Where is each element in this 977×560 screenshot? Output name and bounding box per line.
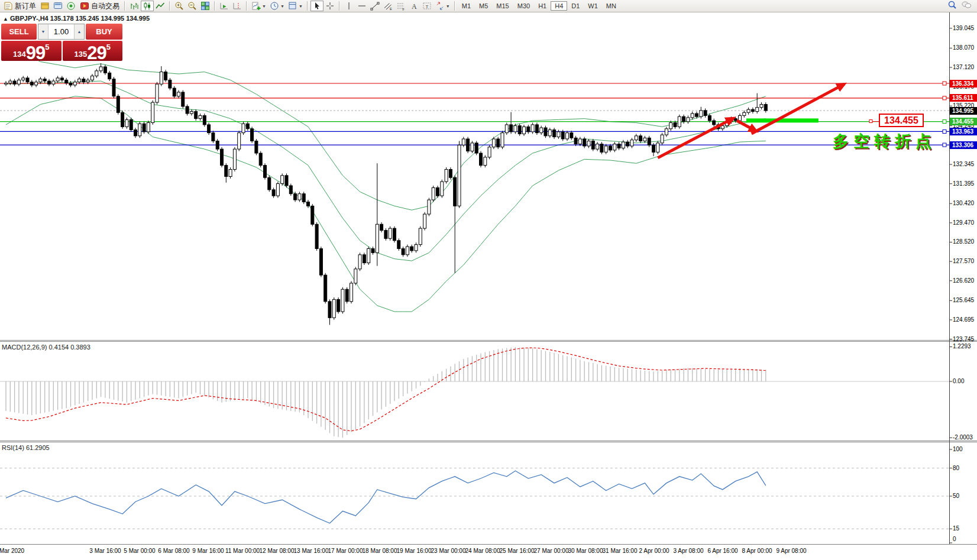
axis-tick-label: 132.345 [953,161,974,168]
time-tick-label: 5 Mar 00:00 [124,548,155,554]
horizontal-lines[interactable] [0,82,949,147]
time-tick-label: 9 Apr 08:00 [776,548,806,554]
price-level-chip: 134.995 [950,107,977,115]
svg-text:A: A [412,2,417,11]
templates-icon[interactable]: ▼ [286,1,305,11]
support-zone-bar[interactable] [746,118,819,122]
line-chart-icon[interactable] [154,1,167,11]
time-tick-label: 19 Mar 16:00 [397,548,432,554]
buy-price-tile[interactable]: 135 29 5 [63,41,123,61]
axis-tick-label: 126.620 [953,277,974,284]
axis-tick-label: 129.470 [953,219,974,226]
time-tick-label: 13 Mar 16:00 [294,548,329,554]
price-level-chip: 136.334 [950,80,977,88]
periods-icon[interactable]: ▼ [268,1,286,11]
crosshair-icon[interactable] [323,1,337,11]
time-tick-label: 11 Mar 00:00 [225,548,260,554]
toolbar-separator [246,1,247,11]
arrows-icon[interactable]: ▼ [433,1,452,11]
text-icon[interactable]: A [407,1,420,11]
fibonacci-icon[interactable]: F [394,1,407,11]
time-tick-label: 30 Mar 08:00 [568,548,603,554]
timeframe-m1-button[interactable]: M1 [458,1,475,11]
vertical-line-icon[interactable] [342,1,355,11]
candles [5,63,768,325]
bar-chart-icon[interactable] [128,1,141,11]
price-level-chip: 135.611 [950,94,977,102]
trendline-icon[interactable] [368,1,381,11]
buy-button[interactable]: BUY [86,24,122,40]
svg-text:F: F [402,8,405,11]
timeframe-mn-button[interactable]: MN [602,1,620,11]
tile-windows-icon[interactable] [199,1,212,11]
chart-area[interactable] [0,12,977,545]
timeframe-m15-button[interactable]: M15 [492,1,513,11]
symbol-name: GBPJPY-,H4 [10,15,48,22]
sell-button[interactable]: SELL [1,24,37,40]
chat-icon[interactable] [962,0,971,12]
zoom-out-icon[interactable] [186,1,199,11]
axis-tick-label: 1.2293 [953,343,971,350]
candlestick-chart-icon[interactable] [141,1,154,11]
rsi-label: RSI(14) 61.2905 [2,444,50,451]
data-window-icon[interactable] [51,1,64,11]
timeframe-m30-button[interactable]: M30 [513,1,534,11]
svg-text:E: E [390,7,392,11]
time-tick-label: 23 Mar 00:00 [431,548,466,554]
direction-up-icon: ▲ [3,16,8,22]
timeframe-w1-button[interactable]: W1 [584,1,602,11]
sell-price-sup: 5 [45,41,49,51]
axis-tick-label: 138.070 [953,44,974,51]
text-label-icon[interactable]: T [420,1,433,11]
chart-shift-icon[interactable] [231,1,244,11]
time-tick-label: 6 Apr 16:00 [707,548,737,554]
axis-tick-label: 128.520 [953,238,974,245]
main-toolbar: 新订单自动交易▼▼▼EFAT▼M1M5M15M30H1H4D1W1MN [0,0,977,12]
market-watch-icon[interactable] [38,1,51,11]
axis-tick-label: 125.645 [953,297,974,304]
navigator-icon[interactable] [64,1,77,11]
axis-tick-label: 124.695 [953,316,974,323]
toolbar-separator [169,1,170,11]
timeframe-h4-button[interactable]: H4 [551,1,567,11]
toolbar-separator [307,1,308,11]
support-price-flag[interactable]: 134.455 [879,114,924,127]
symbol-ohlc: 135.178 135.245 134.995 134.995 [50,15,150,22]
time-tick-label: Mar 2020 [0,548,24,554]
time-tick-label: 8 Apr 00:00 [742,548,772,554]
time-tick-label: 6 Mar 08:00 [158,548,189,554]
volume-decrease-button[interactable]: ▼ [38,24,48,39]
timeframe-h1-button[interactable]: H1 [534,1,551,11]
horizontal-line-icon[interactable] [355,1,368,11]
auto-scroll-icon[interactable] [218,1,231,11]
search-icon[interactable] [947,0,957,12]
turning-point-note: 多空转折点 [833,131,936,152]
axis-tick-label: 50 [953,493,959,500]
macd-label: MACD(12,26,9) 0.4154 0.3893 [2,344,90,351]
time-tick-label: 24 Mar 08:00 [465,548,500,554]
time-tick-label: 3 Apr 08:00 [673,548,703,554]
timeframe-m5-button[interactable]: M5 [475,1,492,11]
volume-stepper[interactable]: ▼ 1.00 ▲ [38,24,85,40]
volume-value[interactable]: 1.00 [48,24,74,39]
equidistant-channel-icon[interactable]: E [381,1,394,11]
sell-price-tile[interactable]: 134 99 5 [1,41,62,61]
auto-trading-button[interactable]: 自动交易 [77,0,122,12]
rsi-pane [0,468,949,529]
toolbar-separator [214,1,215,11]
timeframe-d1-button[interactable]: D1 [567,1,584,11]
buy-price-prefix: 135 [75,50,88,60]
new-order-button[interactable]: 新订单 [1,0,38,12]
axis-tick-label: 130.420 [953,200,974,207]
buy-price-big: 29 [87,46,106,60]
toolbar-separator [124,1,125,11]
volume-increase-button[interactable]: ▲ [74,24,84,39]
indicators-icon[interactable]: ▼ [250,1,268,11]
sell-price-big: 99 [26,46,45,60]
toolbar-separator [339,1,340,11]
symbol-info: ▲GBPJPY-,H4 135.178 135.245 134.995 134.… [3,15,150,22]
axis-tick-label: 80 [953,465,959,472]
axis-tick-label: 0 [953,536,956,543]
zoom-in-icon[interactable] [173,1,186,11]
cursor-icon[interactable] [310,1,323,11]
